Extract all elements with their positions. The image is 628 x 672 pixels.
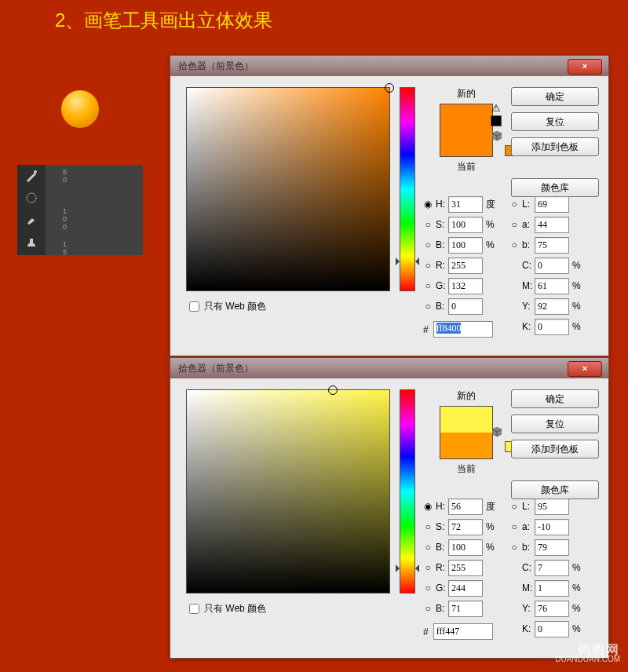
y-input[interactable] [535,298,569,315]
current-label: 当前 [429,160,503,173]
r-radio[interactable]: ○ [423,562,433,573]
g-radio[interactable]: ○ [423,280,433,291]
saturation-value-field[interactable] [186,389,390,593]
k-input[interactable] [535,319,569,335]
current-label: 当前 [429,462,503,476]
sample-sphere [61,90,99,128]
h-input[interactable] [448,196,483,213]
preview-current-swatch [440,130,492,156]
hue-slider[interactable] [400,87,415,291]
bb-input[interactable] [448,601,483,617]
g-input[interactable] [448,278,483,294]
blab-radio[interactable]: ○ [509,239,519,250]
bb-radio[interactable]: ○ [423,603,433,614]
hex-input[interactable]: ff8400 [433,321,493,338]
preview-new-swatch [440,407,492,433]
healing-brush-icon[interactable] [17,165,46,187]
a-input[interactable] [535,519,569,535]
page-title: 2、画笔工具画出立体效果 [0,0,628,33]
color-pick-ring[interactable] [328,385,338,395]
saturation-value-field[interactable] [186,87,390,291]
m-input[interactable] [535,580,569,597]
titlebar[interactable]: 拾色器（前景色） × [170,56,608,76]
l-input[interactable] [535,499,569,515]
h-radio[interactable]: ◉ [423,501,433,512]
new-label: 新的 [429,87,503,100]
web-only-checkbox[interactable]: 只有 Web 颜色 [186,601,266,616]
preview-current-swatch [440,433,492,458]
svg-point-1 [27,193,36,203]
c-input[interactable] [535,560,569,576]
brush-preset-icon[interactable] [17,187,46,209]
hex-hash: # [423,324,429,335]
add-swatch-button[interactable]: 添加到色板 [511,137,599,156]
svg-rect-2 [27,245,35,247]
y-input[interactable] [535,601,569,617]
s-radio[interactable]: ○ [423,219,433,230]
bb-input[interactable] [448,298,483,315]
brush-tool-panel: 50 100 15 [17,165,143,255]
color-pick-ring[interactable] [385,83,394,93]
c-input[interactable] [535,257,569,274]
stamp-icon[interactable] [17,231,46,253]
r-input[interactable] [448,257,483,274]
g-input[interactable] [448,580,483,597]
color-preview: 新的 当前 [429,389,503,476]
hue-slider[interactable] [400,389,415,593]
hex-hash: # [423,626,429,637]
a-input[interactable] [535,217,569,233]
blab-radio[interactable]: ○ [509,542,519,553]
warning-icon[interactable]: ⚠ [491,103,502,126]
cube-icon[interactable] [492,427,502,436]
s-input[interactable] [448,519,483,535]
s-radio[interactable]: ○ [423,521,433,532]
preview-new-swatch [440,104,492,130]
m-input[interactable] [535,278,569,294]
h-input[interactable] [448,499,483,515]
blab-input[interactable] [535,539,569,556]
bv-input[interactable] [448,539,483,556]
bv-radio[interactable]: ○ [423,542,433,553]
g-radio[interactable]: ○ [423,583,433,593]
bv-radio[interactable]: ○ [423,239,433,250]
bv-input[interactable] [448,237,483,254]
cube-icon[interactable] [492,131,502,141]
bb-radio[interactable]: ○ [423,301,433,312]
brush-icon[interactable] [17,209,46,231]
hex-input[interactable] [433,623,493,640]
color-picker-dialog-1: 拾色器（前景色） × 新的 ⚠ 当前 确定 复位 添加到色板 颜色库 只有 [170,55,609,356]
l-input[interactable] [535,196,569,213]
ok-button[interactable]: 确定 [511,87,599,106]
ok-button[interactable]: 确定 [511,389,599,408]
r-radio[interactable]: ○ [423,260,433,271]
add-swatch-button[interactable]: 添加到色板 [511,440,599,458]
dialog-title: 拾色器（前景色） [178,60,254,73]
close-button[interactable]: × [568,59,602,75]
color-picker-dialog-2: 拾色器（前景色） × 新的 当前 确定 复位 添加到色板 颜色库 只有 Web … [170,357,609,659]
s-input[interactable] [448,217,483,233]
dialog-title: 拾色器（前景色） [178,362,254,375]
l-radio[interactable]: ○ [509,501,519,512]
web-only-checkbox[interactable]: 只有 Web 颜色 [186,299,266,314]
a-radio[interactable]: ○ [509,521,519,532]
l-radio[interactable]: ○ [509,199,519,210]
cancel-button[interactable]: 复位 [511,415,599,433]
a-radio[interactable]: ○ [509,219,519,230]
new-label: 新的 [429,389,503,403]
k-input[interactable] [535,621,569,637]
r-input[interactable] [448,560,483,576]
color-preview: 新的 ⚠ 当前 [429,87,503,173]
cancel-button[interactable]: 复位 [511,112,599,131]
blab-input[interactable] [535,237,569,254]
svg-point-0 [34,170,37,173]
watermark: 钧图网 DUANDUAN.COM [555,645,620,664]
h-radio[interactable]: ◉ [423,199,433,210]
titlebar[interactable]: 拾色器（前景色） × [170,358,608,378]
close-button[interactable]: × [568,361,602,377]
